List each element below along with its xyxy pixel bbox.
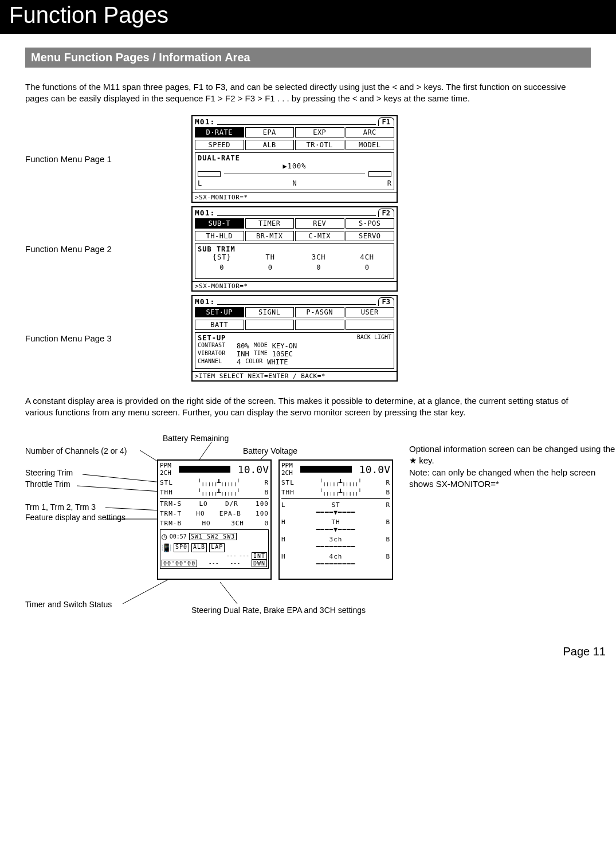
tab-f2: F2	[378, 209, 394, 217]
page-title: Function Pages	[9, 2, 168, 27]
ch4-lbl: 4ch	[329, 553, 343, 560]
btn-rev[interactable]: REV	[295, 218, 344, 229]
st-r: R	[264, 479, 269, 486]
btn-thhld[interactable]: TH-HLD	[195, 231, 244, 241]
r-lbl: R	[386, 501, 390, 516]
btn-model[interactable]: MODEL	[346, 140, 395, 150]
tab-spacer	[217, 124, 375, 125]
btn-cmix[interactable]: C-MIX	[295, 231, 344, 241]
model-id-3: M01:	[195, 297, 215, 306]
h2-lbl: H	[281, 536, 286, 551]
val-3ch: 0	[295, 264, 343, 272]
btn-trotl[interactable]: TR·OTL	[295, 140, 344, 150]
svg-line-5	[105, 508, 160, 510]
btn-batt[interactable]: BATT	[195, 320, 244, 330]
slot-r	[368, 171, 391, 177]
col-3ch: 3CH	[295, 253, 343, 261]
trms-lbl: TRM-S	[160, 500, 182, 508]
btn-signl[interactable]: SIGNL	[245, 307, 295, 317]
tab-spacer-3	[217, 304, 375, 305]
ppm-label-2: PPM	[281, 462, 293, 469]
trmb-f: 3CH	[231, 520, 244, 527]
panel-subtrim: SUB TRIM {ST} TH 3CH 4CH 0 0 0 0	[195, 243, 394, 279]
alb: ALB	[191, 543, 207, 552]
btn-speed[interactable]: SPEED	[195, 140, 244, 150]
b1-lbl: B	[386, 518, 390, 533]
timer-readout: 00'00"00	[162, 560, 197, 567]
foot-f3: >ITEM SELECT NEXT=ENTER / BACK=*	[193, 371, 397, 380]
trmt-f: EPA-B	[219, 510, 241, 517]
btn-pasgn[interactable]: P-ASGN	[295, 307, 344, 317]
bl-color-lbl: COLOR	[245, 358, 262, 366]
tab-f1: F1	[378, 117, 394, 126]
callout-timer: Timer and Switch Status	[25, 599, 112, 610]
panel-hdr-2: SUB TRIM	[198, 245, 391, 253]
right-note-1: Optional information screen can be chang…	[409, 444, 615, 454]
btn-arc[interactable]: ARC	[346, 127, 395, 137]
btn-user[interactable]: USER	[346, 307, 395, 317]
contrast-lbl: CONTRAST	[198, 342, 232, 350]
panel-hdr: DUAL-RATE	[198, 154, 391, 162]
voltage-readout: 10.0V	[238, 463, 269, 475]
page-number: Page 11	[0, 645, 606, 658]
st-c: ST	[331, 501, 340, 509]
btn-spos[interactable]: S-POS	[346, 218, 395, 229]
th-scale: ╵╷╷╷╷╷┸╷╷╷╷╷╵	[198, 489, 240, 496]
voltage-readout-2: 10.0V	[359, 463, 390, 475]
bl-time-val: 10SEC	[272, 350, 293, 358]
btn-drate[interactable]: D·RATE	[195, 127, 244, 137]
bl-mode-val: KEY-ON	[272, 342, 297, 350]
col-4ch: 4CH	[343, 253, 392, 261]
lbl-l: L	[198, 179, 202, 187]
th-lbl: THH	[160, 489, 173, 496]
trmt-v: 100	[256, 510, 269, 517]
channel-lbl: CHANNEL	[198, 358, 232, 366]
lcd-screen-f3: M01: F3 SET·UP SIGNL P-ASGN USER BATT SE…	[191, 295, 398, 382]
star-icon: ★	[409, 455, 417, 465]
lcd-screen-f2: M01: F2 SUB-T TIMER REV S-POS TH-HLD BR-…	[191, 206, 398, 292]
btn-setup[interactable]: SET·UP	[195, 307, 244, 317]
menu-pages-block: Function Menu Page 1 M01: F1 D·RATE EPA …	[25, 115, 591, 382]
mid-text: A constant display area is provided on t…	[25, 396, 568, 417]
h3-lbl: H	[281, 553, 286, 568]
dwn: DWN	[252, 560, 267, 567]
panel-val: ▶100%	[198, 162, 391, 170]
clock-icon: ◷	[162, 531, 167, 542]
btn-subt[interactable]: SUB-T	[195, 218, 244, 229]
foot-f1: >SX-MONITOR=*	[193, 192, 397, 202]
ppm-label: PPM	[160, 462, 171, 469]
trms-f: D/R	[225, 500, 238, 508]
btn-brmix[interactable]: BR-MIX	[245, 231, 295, 241]
th-c: TH	[331, 518, 340, 526]
channel-val: 4	[237, 358, 241, 366]
trmt-lbl: TRM-T	[160, 510, 182, 517]
servo-mark-st: ▼	[333, 509, 338, 516]
foot-f2: >SX-MONITOR=*	[193, 281, 397, 290]
sp0: SP0	[174, 543, 189, 552]
b2-lbl: B	[386, 536, 390, 551]
menu-page-3-row: Function Menu Page 3 M01: F3 SET·UP SIGN…	[25, 295, 591, 382]
val-th: 0	[246, 264, 295, 272]
intro-paragraph: The functions of the M11 span three page…	[25, 81, 591, 105]
right-note-3: Note: can only be changed when the help …	[409, 467, 595, 489]
menu-page-2-label: Function Menu Page 2	[25, 244, 174, 254]
battery-bar-icon	[179, 466, 230, 473]
trms-v: 100	[256, 500, 269, 508]
st-scale-2: ╵╷╷╷╷╷┸╷╷╷╷╷╵	[319, 479, 361, 486]
col-th: TH	[246, 253, 295, 261]
menu-page-1-label: Function Menu Page 1	[25, 154, 174, 164]
vibe-icon: 📳	[162, 543, 171, 552]
btn-alb[interactable]: ALB	[245, 140, 295, 150]
int: INT	[252, 552, 267, 560]
callout-trm123: Trm 1, Trm 2, Trm 3	[25, 502, 96, 512]
sep	[224, 174, 365, 174]
btn-timer[interactable]: TIMER	[245, 218, 295, 229]
btn-epa[interactable]: EPA	[245, 127, 295, 137]
menu-page-3-label: Function Menu Page 3	[25, 333, 174, 343]
backlight-hdr: BACK LIGHT	[357, 334, 391, 342]
info-area-block: Battery Remaining Battery Voltage Number…	[25, 433, 591, 639]
btn-servo[interactable]: SERVO	[346, 231, 395, 241]
tab-f3: F3	[378, 297, 394, 306]
vibrator-lbl: VIBRATOR	[198, 350, 232, 358]
btn-exp[interactable]: EXP	[295, 127, 344, 137]
